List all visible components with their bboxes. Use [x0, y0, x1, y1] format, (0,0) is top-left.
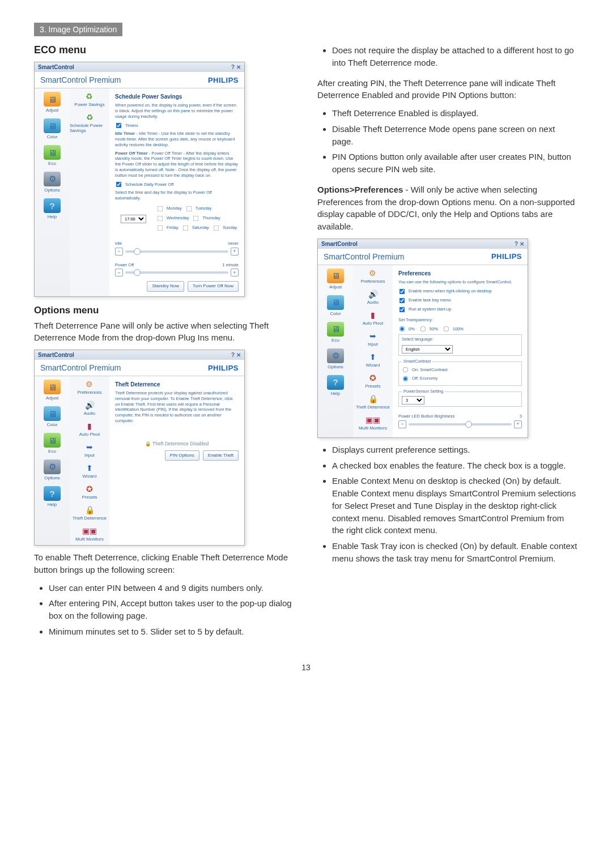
slider-track[interactable] [409, 423, 512, 426]
sidebar: 🖥Adjust 🖥Color 🖥Eco ⚙Options ?Help [35, 376, 70, 545]
checkbox[interactable] [116, 182, 122, 188]
window-controls[interactable]: ? ✕ [515, 241, 524, 247]
day-tuesday[interactable]: Tuesday [185, 205, 212, 212]
theft-content: Theft Deterrence Theft Deterrence protec… [109, 376, 244, 545]
checkbox[interactable] [116, 123, 122, 129]
sidebar-item-options[interactable]: ⚙Options [44, 172, 61, 193]
sub-item-power-savings[interactable]: ♻Power Savings [74, 92, 104, 107]
led-slider[interactable]: −+ [398, 420, 522, 428]
sidebar-item-adjust[interactable]: 🖥Adjust [327, 269, 344, 290]
timers-checkbox[interactable]: Timers [115, 122, 138, 129]
options-preferences-para: Options>Preferences - Will only be activ… [317, 184, 578, 233]
sub-multi-monitors[interactable]: ▣▣Multi Monitors [75, 526, 104, 542]
help-icon: ? [44, 486, 61, 501]
pwroff-desc: Power Off Timer - Power Off Timer - Afte… [115, 151, 239, 178]
options-icon: ⚙ [44, 172, 61, 186]
sidebar-item-help[interactable]: ?Help [327, 375, 344, 396]
sidebar-item-adjust[interactable]: 🖥Adjust [44, 92, 61, 113]
color-icon: 🖥 [327, 295, 344, 310]
slider-knob[interactable] [134, 269, 141, 276]
sub-wizard[interactable]: ⬆Wizard [366, 352, 380, 368]
sub-wizard[interactable]: ⬆Wizard [83, 463, 97, 479]
sidebar-item-help[interactable]: ?Help [44, 198, 61, 219]
day-sunday[interactable]: Sunday [212, 224, 237, 232]
window-controls[interactable]: ? ✕ [231, 352, 241, 358]
sub-audio[interactable]: 🔊Audio [84, 401, 95, 416]
cb-run-startup[interactable]: Run at system start-up [398, 306, 451, 313]
sidebar-label: Color [330, 311, 341, 316]
sidebar-item-options[interactable]: ⚙Options [327, 348, 344, 369]
checkbox-label: Timers [125, 123, 138, 129]
minus-button[interactable]: − [115, 248, 123, 256]
language-select[interactable]: English [402, 345, 453, 354]
sub-multi-monitors[interactable]: ▣▣Multi Monitors [359, 415, 387, 431]
sidebar-item-eco[interactable]: 🖥Eco [327, 322, 344, 343]
powersensor-select[interactable]: 3 [402, 396, 424, 405]
sub-presets[interactable]: ✪Presets [82, 484, 97, 500]
sub-theft-deterrence[interactable]: 🔒Theft Deterrence [356, 394, 390, 410]
slider-track[interactable] [125, 271, 228, 274]
day-monday[interactable]: Monday [156, 205, 182, 212]
monitors-icon: ▣▣ [82, 526, 97, 535]
sidebar-item-color[interactable]: 🖥Color [44, 406, 61, 427]
sidebar-item-adjust[interactable]: 🖥Adjust [44, 380, 61, 401]
cb-task-tray[interactable]: Enable task tray menu [398, 297, 451, 304]
sub-item-schedule[interactable]: ♻Schedule Power Savings [70, 113, 109, 133]
sc-off[interactable]: Off: Economy [402, 375, 437, 382]
sub-presets[interactable]: ✪Presets [365, 373, 380, 389]
sidebar: 🖥Adjust 🖥Color 🖥Eco ⚙Options ?Help [35, 88, 70, 296]
app-header: SmartControl Premium PHILIPS [35, 360, 244, 376]
sidebar-item-eco[interactable]: 🖥Eco [44, 145, 61, 166]
wizard-icon: ⬆ [369, 352, 376, 361]
schedule-checkbox[interactable]: Schedule Daily Power Off [115, 181, 173, 188]
sidebar-item-help[interactable]: ?Help [44, 486, 61, 507]
plus-button[interactable]: + [231, 248, 239, 256]
pin-options-button[interactable]: PIN Options [165, 450, 199, 461]
day-friday[interactable]: Friday [156, 224, 178, 232]
minus-button[interactable]: − [398, 420, 406, 428]
pwroff-slider[interactable]: −+ [115, 269, 239, 276]
window-controls[interactable]: ? ✕ [231, 64, 241, 70]
leaf-icon: ♻ [86, 113, 94, 122]
slider-knob[interactable] [465, 421, 472, 428]
gear-icon: ⚙ [86, 380, 93, 389]
sub-input[interactable]: ➥Input [368, 331, 378, 347]
slider-knob[interactable] [134, 248, 141, 255]
sc-on[interactable]: On: SmartContrast [402, 366, 448, 373]
sub-preferences[interactable]: ⚙Preferences [77, 380, 101, 395]
color-icon: 🖥 [44, 406, 61, 421]
wizard-icon: ⬆ [86, 463, 93, 473]
day-thursday[interactable]: Thursday [192, 215, 220, 222]
panel-heading: Preferences [398, 270, 522, 277]
sub-auto-pivot[interactable]: ▮Auto Pivot [79, 422, 100, 437]
time-select[interactable]: 17:00 [121, 215, 146, 223]
cb-context-menu[interactable]: Enable menu when right-clicking on deskt… [398, 288, 492, 295]
sidebar-item-color[interactable]: 🖥Color [327, 295, 344, 316]
power-off-now-button[interactable]: Turn Power Off Now [188, 281, 239, 291]
sub-theft-deterrence[interactable]: 🔒Theft Deterrence [73, 505, 107, 521]
day-saturday[interactable]: Saturday [182, 224, 209, 232]
sub-input[interactable]: ➥Input [84, 442, 95, 458]
day-wednesday[interactable]: Wednesday [156, 215, 189, 222]
top-bullet-list: Does not require the display be attached… [317, 44, 578, 69]
standby-now-button[interactable]: Standby Now [147, 281, 184, 291]
pwroff-value: 1 minute [222, 262, 239, 268]
sidebar-item-eco[interactable]: 🖥Eco [44, 433, 61, 454]
sidebar-item-color[interactable]: 🖥Color [44, 118, 61, 139]
app-header: SmartControl Premium PHILIPS [35, 72, 244, 88]
enable-theft-button[interactable]: Enable Theft [203, 450, 239, 461]
plus-button[interactable]: + [514, 420, 522, 428]
brand-logo: PHILIPS [208, 76, 239, 84]
sub-preferences[interactable]: ⚙Preferences [360, 269, 385, 284]
options-para: Theft Deterrence Pane will only be activ… [34, 320, 295, 344]
sub-audio[interactable]: 🔊Audio [367, 290, 379, 305]
slider-track[interactable] [125, 250, 228, 253]
trans-100[interactable]: 100% [443, 325, 464, 333]
plus-button[interactable]: + [231, 269, 239, 276]
idle-slider[interactable]: −+ [115, 248, 239, 256]
sidebar-item-options[interactable]: ⚙Options [44, 459, 61, 480]
trans-50[interactable]: 50% [419, 325, 438, 333]
trans-0[interactable]: 0% [398, 325, 415, 333]
minus-button[interactable]: − [115, 269, 123, 276]
sub-auto-pivot[interactable]: ▮Auto Pivot [363, 310, 383, 326]
